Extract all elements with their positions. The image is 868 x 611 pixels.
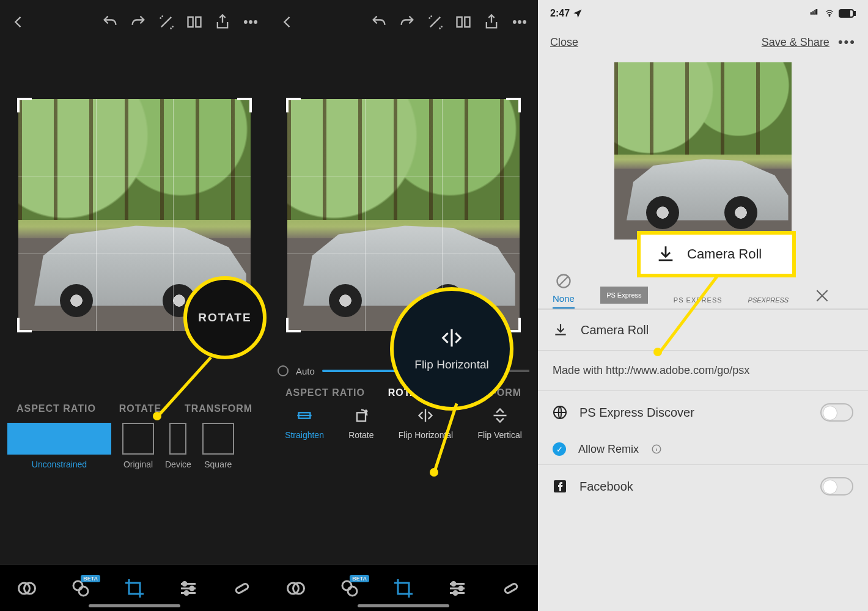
wifi-icon: [824, 9, 835, 18]
crop-canvas[interactable]: [18, 99, 251, 331]
svg-rect-31: [816, 10, 817, 15]
magic-wand-icon[interactable]: [427, 13, 444, 31]
back-icon[interactable]: [279, 13, 296, 31]
adjust-icon[interactable]: [177, 577, 199, 599]
effects-icon[interactable]: BETA: [339, 577, 361, 599]
svg-rect-1: [196, 17, 200, 27]
callout-text: Camera Roll: [687, 246, 762, 262]
save-share-button[interactable]: Save & Share: [762, 36, 829, 49]
undo-icon[interactable]: [101, 13, 119, 31]
straighten-slider[interactable]: [322, 370, 529, 372]
share-icon[interactable]: [214, 13, 231, 31]
svg-rect-0: [188, 17, 193, 27]
watermark-none[interactable]: None: [553, 273, 575, 309]
crop-tab-row: ASPECT RATIO ROTATE TRANSFORM: [0, 403, 269, 414]
aspect-original[interactable]: Original: [122, 423, 154, 469]
watermark-psexpress-3[interactable]: PSEXPRESS: [748, 296, 789, 304]
svg-point-10: [190, 587, 194, 590]
crop-handle-bl[interactable]: [17, 318, 32, 332]
home-indicator: [358, 604, 449, 607]
more-icon[interactable]: •••: [838, 34, 856, 50]
check-icon: ✓: [553, 442, 566, 456]
close-button[interactable]: Close: [550, 36, 578, 49]
heal-icon[interactable]: [231, 577, 253, 599]
more-icon[interactable]: [511, 13, 528, 31]
svg-rect-12: [235, 582, 249, 593]
crop-handle-br[interactable]: [237, 318, 252, 332]
compare-icon[interactable]: [455, 13, 472, 31]
aspect-unconstrained[interactable]: Unconstrained: [7, 423, 111, 469]
compare-icon[interactable]: [186, 13, 203, 31]
watermark-psexpress-1[interactable]: PS Express: [600, 287, 648, 304]
effects-icon[interactable]: BETA: [70, 577, 92, 599]
svg-point-16: [518, 21, 521, 23]
svg-rect-14: [465, 17, 469, 27]
redo-icon[interactable]: [130, 13, 147, 31]
discover-toggle[interactable]: [820, 403, 853, 422]
crop-handle-tr[interactable]: [506, 98, 521, 112]
tab-aspect-ratio[interactable]: ASPECT RATIO: [285, 387, 365, 398]
opt-label: Rotate: [348, 430, 373, 440]
svg-point-3: [249, 21, 252, 23]
callout-camera-roll: Camera Roll: [637, 231, 796, 277]
crop-handle-tr[interactable]: [237, 98, 252, 112]
home-indicator: [89, 604, 180, 607]
svg-point-24: [452, 582, 455, 585]
discover-row[interactable]: PS Express Discover: [538, 390, 868, 434]
status-bar: 2:47: [538, 0, 868, 27]
screen-crop-rotate: Auto ASPECT RATIO ROTATE TRANSFORM Strai…: [269, 0, 538, 611]
opt-label: Flip Vertical: [477, 430, 521, 440]
looks-icon[interactable]: [16, 577, 38, 599]
svg-point-9: [183, 582, 186, 585]
tab-transform[interactable]: TRANSFORM: [454, 387, 521, 398]
back-icon[interactable]: [10, 13, 27, 31]
crop-handle-bl[interactable]: [286, 318, 301, 332]
camera-roll-row[interactable]: Camera Roll: [538, 309, 868, 350]
share-icon[interactable]: [483, 13, 500, 31]
aspect-device[interactable]: Device: [165, 423, 191, 469]
allow-remix-row[interactable]: ✓ Allow Remix: [538, 434, 868, 464]
tab-aspect-ratio[interactable]: ASPECT RATIO: [17, 403, 96, 414]
watermark-custom[interactable]: [814, 288, 830, 304]
opt-label: Straighten: [285, 430, 324, 440]
auto-label: Auto: [296, 366, 315, 376]
adjust-icon[interactable]: [446, 577, 468, 599]
svg-point-7: [73, 581, 83, 590]
heal-icon[interactable]: [500, 577, 522, 599]
redo-icon[interactable]: [399, 13, 416, 31]
facebook-row[interactable]: Facebook: [538, 464, 868, 508]
more-icon[interactable]: [242, 13, 259, 31]
facebook-toggle[interactable]: [820, 477, 853, 496]
crop-handle-br[interactable]: [506, 318, 521, 332]
crop-canvas[interactable]: [287, 99, 520, 331]
svg-rect-19: [357, 412, 366, 421]
share-header: Close Save & Share •••: [538, 27, 868, 57]
svg-rect-34: [840, 11, 850, 16]
tab-transform[interactable]: TRANSFORM: [185, 403, 252, 414]
opt-flip-vertical[interactable]: Flip Vertical: [477, 407, 521, 440]
crop-handle-tl[interactable]: [286, 98, 301, 112]
crop-icon[interactable]: [123, 577, 145, 599]
svg-point-4: [254, 21, 257, 23]
callout-endpoint: [653, 348, 662, 356]
opt-rotate[interactable]: Rotate: [348, 407, 373, 440]
opt-straighten[interactable]: Straighten: [285, 407, 324, 440]
looks-icon[interactable]: [285, 577, 307, 599]
crop-handle-tl[interactable]: [17, 98, 32, 112]
made-with-text: Made with http://www.adobe.com/go/psx: [538, 350, 868, 390]
share-preview: [614, 62, 792, 240]
info-icon[interactable]: [651, 444, 662, 455]
callout-endpoint: [153, 412, 161, 420]
svg-rect-13: [457, 17, 462, 27]
svg-rect-30: [814, 10, 815, 14]
crop-icon[interactable]: [392, 577, 414, 599]
tab-rotate[interactable]: ROTATE: [388, 387, 430, 398]
photo-preview: [18, 99, 251, 331]
aspect-square[interactable]: Square: [202, 423, 234, 469]
screen-save-share: 2:47 Close Save & Share ••• Size: 112 No…: [538, 0, 868, 611]
aspect-options: Unconstrained Original Device Square: [0, 414, 269, 470]
undo-icon[interactable]: [370, 13, 388, 31]
magic-wand-icon[interactable]: [158, 13, 175, 31]
svg-point-32: [829, 15, 830, 16]
auto-radio[interactable]: [278, 365, 289, 376]
